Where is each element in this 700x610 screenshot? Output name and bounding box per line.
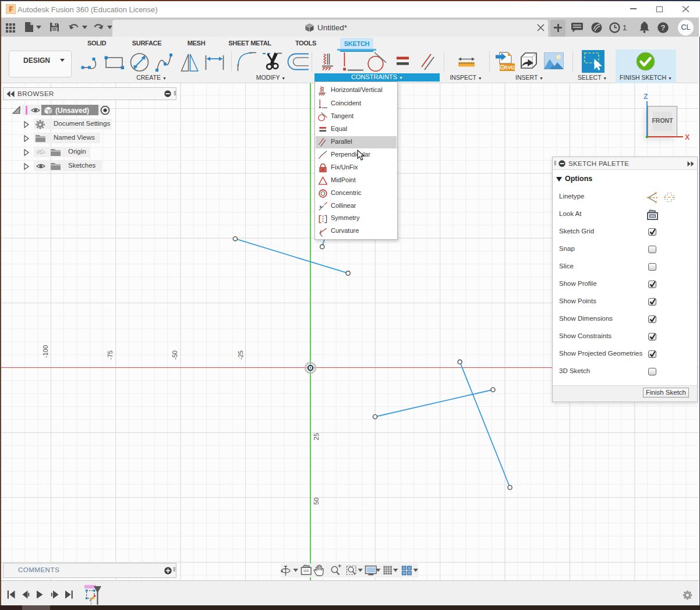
svg-text:SVG: SVG <box>504 65 515 70</box>
svg-text:?: ? <box>661 23 666 32</box>
